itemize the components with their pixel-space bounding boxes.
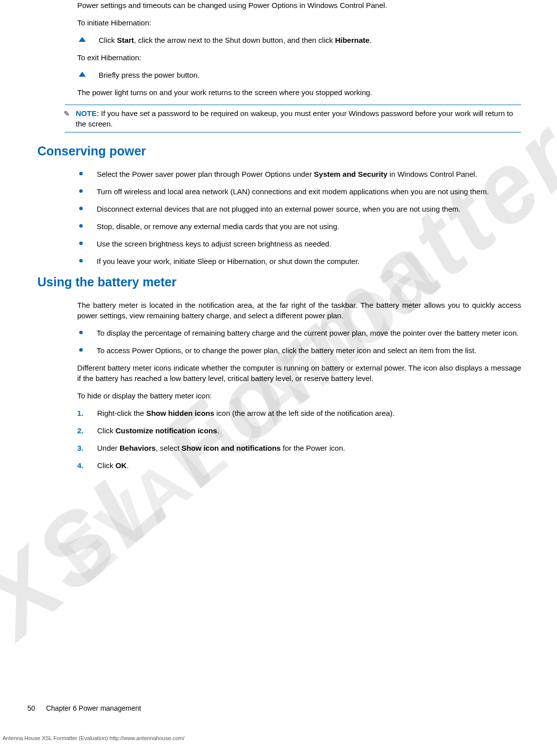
note-box: ✎ NOTE: If you have set a password to be…: [65, 105, 521, 132]
bullet-dot-icon: [79, 189, 83, 193]
list-item: 4. Click OK.: [77, 460, 521, 471]
chapter-title: Chapter 6 Power management: [46, 704, 141, 712]
list-item: Select the Power saver power plan throug…: [77, 169, 521, 179]
bullet-dot-icon: [79, 224, 83, 228]
bullet-dot-icon: [79, 242, 83, 245]
step-number: 3.: [77, 443, 97, 453]
formatter-credit: Antenna House XSL Formatter (Evaluation)…: [2, 735, 184, 742]
list-item: Briefly press the power button.: [77, 70, 521, 80]
list-item: If you leave your work, initiate Sleep o…: [77, 256, 521, 266]
note-icon: ✎: [64, 109, 70, 119]
section-heading-battery: Using the battery meter: [37, 273, 521, 291]
bullet-dot-icon: [79, 259, 83, 262]
note-body: NOTE: If you have set a password to be r…: [65, 108, 521, 129]
list-text: Click Start, click the arrow next to the…: [99, 35, 521, 45]
triangle-list: Click Start, click the arrow next to the…: [77, 35, 521, 45]
list-item: 3. Under Behaviors, select Show icon and…: [77, 443, 521, 453]
numbered-list: 1. Right-click the Show hidden icons ico…: [77, 408, 521, 471]
list-item: Stop, disable, or remove any external me…: [77, 221, 521, 232]
paragraph: To initiate Hibernation:: [77, 17, 521, 28]
paragraph: Power settings and timeouts can be chang…: [77, 0, 521, 10]
triangle-bullet-icon: [79, 37, 86, 42]
section-heading-conserving: Conserving power: [37, 142, 521, 160]
bullet-dot-icon: [79, 348, 83, 352]
list-text: Briefly press the power button.: [99, 70, 521, 80]
list-item: Disconnect external devices that are not…: [77, 204, 521, 214]
list-item: Turn off wireless and local area network…: [77, 186, 521, 197]
paragraph: The power light turns on and your work r…: [77, 87, 521, 98]
note-label: NOTE:: [76, 109, 99, 118]
step-number: 1.: [77, 408, 97, 418]
list-item: Click Start, click the arrow next to the…: [77, 35, 521, 45]
bullet-list: Select the Power saver power plan throug…: [77, 169, 521, 266]
page-content: Power settings and timeouts can be chang…: [0, 0, 557, 471]
list-item: Use the screen brightness keys to adjust…: [77, 239, 521, 249]
triangle-list: Briefly press the power button.: [77, 70, 521, 80]
list-item: To access Power Options, or to change th…: [77, 345, 521, 356]
page-footer: 50 Chapter 6 Power management: [27, 704, 141, 714]
paragraph: To hide or display the battery meter ico…: [77, 390, 521, 401]
bullet-dot-icon: [79, 207, 83, 210]
page-number: 50: [27, 704, 35, 712]
paragraph: Different battery meter icons indicate w…: [77, 363, 521, 383]
list-item: 1. Right-click the Show hidden icons ico…: [77, 408, 521, 418]
step-number: 4.: [77, 460, 97, 471]
bullet-dot-icon: [79, 172, 83, 175]
triangle-bullet-icon: [79, 72, 86, 77]
list-item: To display the percentage of remaining b…: [77, 328, 521, 338]
list-item: 2. Click Customize notification icons.: [77, 425, 521, 436]
step-number: 2.: [77, 425, 97, 436]
bullet-list: To display the percentage of remaining b…: [77, 328, 521, 356]
paragraph: To exit Hibernation:: [77, 52, 521, 63]
paragraph: The battery meter is located in the noti…: [77, 300, 521, 321]
bullet-dot-icon: [79, 331, 83, 334]
